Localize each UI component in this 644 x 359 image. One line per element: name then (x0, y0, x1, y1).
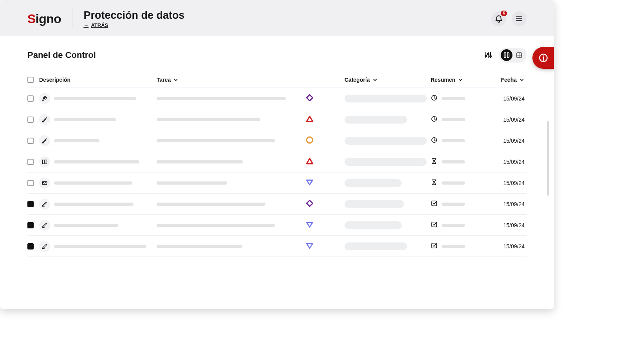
status-check-icon (431, 221, 438, 229)
book-icon (39, 156, 50, 167)
category-pill (345, 137, 427, 145)
description-placeholder (54, 224, 118, 227)
priority-tri-down-blue-icon (305, 241, 314, 251)
rocket-icon (39, 93, 50, 104)
column-categoria[interactable]: Categoría (345, 77, 431, 83)
summary-placeholder (442, 245, 465, 248)
row-checkbox[interactable] (27, 222, 34, 228)
status-check-icon (431, 200, 438, 208)
date-value: 15/09/24 (503, 243, 525, 250)
view-switcher (499, 48, 527, 63)
view-toolbar (477, 48, 527, 63)
divider (477, 50, 477, 60)
notification-badge: 6 (501, 11, 507, 16)
status-clock-icon (431, 136, 438, 145)
title-block: Protección de datos ← ATRÁS (83, 9, 184, 28)
pen-icon (39, 135, 50, 146)
summary-placeholder (442, 118, 465, 121)
summary-placeholder (442, 97, 465, 100)
date-value: 15/09/24 (503, 180, 525, 186)
chevron-down-icon (458, 77, 463, 83)
column-descripcion[interactable]: Descripción (39, 77, 157, 83)
view-grid-button[interactable] (513, 49, 525, 61)
category-pill (345, 158, 427, 166)
row-checkbox[interactable] (27, 138, 34, 144)
category-pill (345, 95, 427, 102)
task-placeholder (157, 245, 242, 248)
date-value: 15/09/24 (503, 201, 525, 207)
panel-header: Panel de Control (27, 48, 527, 63)
task-placeholder (157, 224, 275, 227)
column-tarea[interactable]: Tarea (157, 77, 305, 83)
app-window: Signo Protección de datos ← ATRÁS 6 Pane… (0, 0, 554, 309)
description-placeholder (54, 118, 116, 121)
pen-icon (39, 220, 50, 231)
date-value: 15/09/24 (503, 138, 525, 144)
menu-icon (515, 15, 523, 23)
row-checkbox[interactable] (27, 117, 34, 123)
column-fecha[interactable]: Fecha (478, 77, 525, 83)
row-checkbox[interactable] (27, 201, 34, 207)
table-header-row: Descripción Tarea Categoría Resumen Fech… (27, 72, 527, 88)
grid-icon (516, 52, 523, 59)
notifications-button[interactable]: 6 (491, 11, 506, 26)
arrow-left-icon: ← (83, 22, 88, 28)
table-row[interactable]: 15/09/24 (27, 236, 527, 257)
scrollbar[interactable] (547, 121, 549, 196)
date-value: 15/09/24 (503, 222, 525, 228)
info-icon (539, 53, 548, 63)
priority-triangle-red-icon (305, 157, 314, 167)
table-body: 15/09/2415/09/2415/09/2415/09/2415/09/24… (27, 88, 527, 257)
menu-button[interactable] (512, 11, 527, 26)
panel-title: Panel de Control (27, 50, 96, 60)
chevron-down-icon (173, 77, 179, 83)
priority-tri-down-blue-icon (305, 178, 314, 188)
chevron-down-icon (372, 77, 378, 83)
table-row[interactable]: 15/09/24 (27, 88, 527, 109)
task-placeholder (157, 160, 243, 163)
bell-icon (495, 15, 503, 23)
table-row[interactable]: 15/09/24 (27, 215, 527, 236)
row-checkbox[interactable] (27, 243, 34, 250)
divider (72, 9, 72, 28)
category-pill (345, 221, 402, 229)
status-hourglass-icon (431, 158, 438, 166)
filters-button[interactable] (483, 50, 494, 61)
status-hourglass-icon (431, 179, 438, 187)
topbar: Signo Protección de datos ← ATRÁS 6 (0, 0, 554, 36)
description-placeholder (54, 139, 99, 142)
date-value: 15/09/24 (503, 117, 525, 123)
row-checkbox[interactable] (27, 159, 34, 165)
description-placeholder (54, 181, 132, 185)
back-link[interactable]: ← ATRÁS (83, 22, 184, 28)
brand-right: igno (36, 12, 61, 26)
select-all-header[interactable] (27, 77, 39, 83)
category-pill (345, 179, 402, 187)
task-placeholder (157, 97, 286, 100)
select-all-checkbox[interactable] (27, 77, 34, 83)
priority-triangle-red-icon (305, 115, 314, 124)
column-resumen[interactable]: Resumen (431, 77, 478, 83)
table-row[interactable]: 15/09/24 (27, 172, 527, 194)
row-checkbox[interactable] (27, 95, 34, 102)
summary-placeholder (442, 224, 465, 227)
category-pill (345, 242, 407, 250)
table-row[interactable]: 15/09/24 (27, 151, 527, 172)
status-check-icon (431, 242, 438, 250)
description-placeholder (54, 160, 139, 163)
summary-placeholder (442, 203, 465, 206)
table-row[interactable]: 15/09/24 (27, 194, 527, 215)
summary-placeholder (442, 139, 465, 142)
row-checkbox[interactable] (27, 180, 34, 186)
priority-diamond-purple-icon (305, 93, 314, 103)
description-placeholder (54, 203, 133, 206)
table: Descripción Tarea Categoría Resumen Fech… (27, 72, 527, 305)
help-fab[interactable] (532, 47, 554, 69)
category-pill (345, 200, 404, 208)
view-columns-button[interactable] (501, 49, 512, 61)
date-value: 15/09/24 (503, 95, 525, 102)
table-row[interactable]: 15/09/24 (27, 109, 527, 130)
category-pill (345, 116, 407, 124)
table-row[interactable]: 15/09/24 (27, 130, 527, 151)
task-placeholder (157, 118, 260, 121)
